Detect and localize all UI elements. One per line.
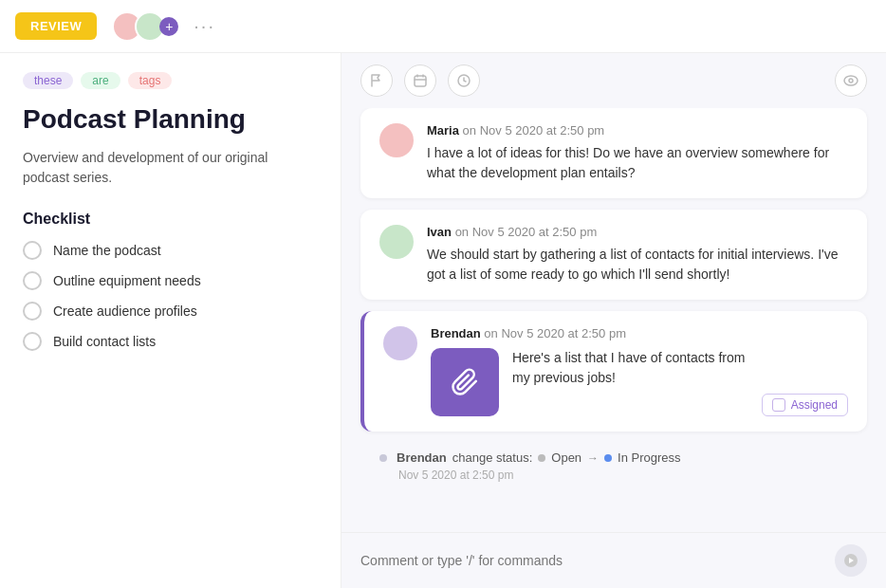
- tag-are[interactable]: are: [81, 72, 120, 89]
- in-progress-status-dot: [604, 454, 612, 462]
- svg-point-2: [844, 76, 858, 85]
- comment-card-maria: Maria on Nov 5 2020 at 2:50 pm I have a …: [360, 108, 867, 198]
- checklist-item-label: Name the podcast: [53, 243, 161, 258]
- brendan-meta: Brendan on Nov 5 2020 at 2:50 pm: [431, 326, 848, 340]
- check-circle[interactable]: [23, 332, 42, 351]
- checklist-item[interactable]: Create audience profiles: [23, 302, 318, 321]
- checklist-item-label: Create audience profiles: [53, 303, 197, 319]
- svg-rect-0: [415, 76, 426, 86]
- page-description: Overview and development of our original…: [23, 148, 318, 188]
- check-circle[interactable]: [23, 241, 42, 260]
- main-layout: these are tags Podcast Planning Overview…: [0, 53, 886, 588]
- comment-input-bar: [341, 532, 886, 588]
- checklist-item-label: Build contact lists: [53, 334, 156, 349]
- eye-button[interactable]: [835, 64, 867, 97]
- comment-body: Ivan on Nov 5 2020 at 2:50 pm We should …: [427, 225, 848, 285]
- flag-button[interactable]: [360, 64, 393, 97]
- assigned-button[interactable]: Assigned: [762, 394, 848, 416]
- comment-timestamp: on Nov 5 2020 at 2:50 pm: [455, 225, 598, 239]
- right-panel: Maria on Nov 5 2020 at 2:50 pm I have a …: [341, 53, 886, 588]
- status-to: In Progress: [618, 450, 680, 465]
- brendan-text: Here's a list that I have of contacts fr…: [512, 348, 748, 388]
- assigned-checkbox[interactable]: [772, 398, 785, 412]
- right-toolbar: [341, 53, 886, 108]
- left-panel: these are tags Podcast Planning Overview…: [0, 53, 341, 588]
- comment-timestamp: on Nov 5 2020 at 2:50 pm: [463, 123, 605, 138]
- status-actor: Brendan: [397, 450, 447, 465]
- comment-card-ivan: Ivan on Nov 5 2020 at 2:50 pm We should …: [360, 210, 867, 300]
- send-button[interactable]: [835, 544, 867, 577]
- app-header: REVIEW + ···: [0, 0, 886, 53]
- brendan-author: Brendan: [431, 326, 481, 340]
- comment-body: Maria on Nov 5 2020 at 2:50 pm I have a …: [427, 123, 848, 183]
- comments-area: Maria on Nov 5 2020 at 2:50 pm I have a …: [341, 108, 886, 532]
- status-row: Brendan change status: Open → In Progres…: [379, 450, 867, 465]
- comment-author: Ivan: [427, 225, 452, 239]
- checklist-item[interactable]: Name the podcast: [23, 241, 318, 260]
- add-member-button[interactable]: +: [159, 17, 178, 36]
- check-circle[interactable]: [23, 271, 42, 290]
- comment-input[interactable]: [360, 553, 823, 568]
- check-circle[interactable]: [23, 302, 42, 321]
- brendan-content: Brendan on Nov 5 2020 at 2:50 pm Here's …: [431, 326, 848, 416]
- status-bullet: [379, 454, 387, 462]
- status-from: Open: [551, 450, 581, 465]
- avatar-ivan: [379, 225, 414, 259]
- svg-point-3: [849, 79, 853, 83]
- page-title: Podcast Planning: [23, 104, 318, 135]
- clock-button[interactable]: [448, 64, 480, 97]
- checklist-item[interactable]: Build contact lists: [23, 332, 318, 351]
- open-status-dot: [538, 454, 545, 462]
- status-action: change status:: [452, 450, 533, 465]
- tag-tags[interactable]: tags: [128, 72, 173, 89]
- brendan-timestamp: on Nov 5 2020 at 2:50 pm: [484, 326, 626, 340]
- calendar-button[interactable]: [404, 64, 436, 97]
- comment-meta: Maria on Nov 5 2020 at 2:50 pm: [427, 123, 848, 138]
- checklist: Name the podcast Outline equipment needs…: [23, 241, 318, 351]
- assigned-label: Assigned: [791, 398, 838, 412]
- tag-these[interactable]: these: [23, 72, 73, 89]
- comment-text: We should start by gathering a list of c…: [427, 245, 848, 285]
- avatar-maria: [379, 123, 414, 157]
- brendan-message-row: Here's a list that I have of contacts fr…: [431, 348, 848, 416]
- checklist-heading: Checklist: [23, 211, 318, 228]
- tags-row: these are tags: [23, 72, 318, 89]
- checklist-item[interactable]: Outline equipment needs: [23, 271, 318, 290]
- attachment-thumbnail[interactable]: [431, 348, 499, 416]
- checklist-item-label: Outline equipment needs: [53, 273, 201, 288]
- avatar-group: +: [112, 11, 178, 42]
- avatar-brendan: [383, 326, 417, 360]
- comment-text: I have a lot of ideas for this! Do we ha…: [427, 143, 848, 183]
- comment-card-brendan: Brendan on Nov 5 2020 at 2:50 pm Here's …: [360, 311, 867, 432]
- review-button[interactable]: REVIEW: [15, 12, 97, 40]
- status-change: Brendan change status: Open → In Progres…: [360, 443, 867, 489]
- status-arrow-icon: →: [587, 451, 599, 465]
- comment-author: Maria: [427, 123, 459, 138]
- status-timestamp: Nov 5 2020 at 2:50 pm: [379, 469, 867, 482]
- comment-meta: Ivan on Nov 5 2020 at 2:50 pm: [427, 225, 848, 239]
- more-options-button[interactable]: ···: [194, 15, 215, 37]
